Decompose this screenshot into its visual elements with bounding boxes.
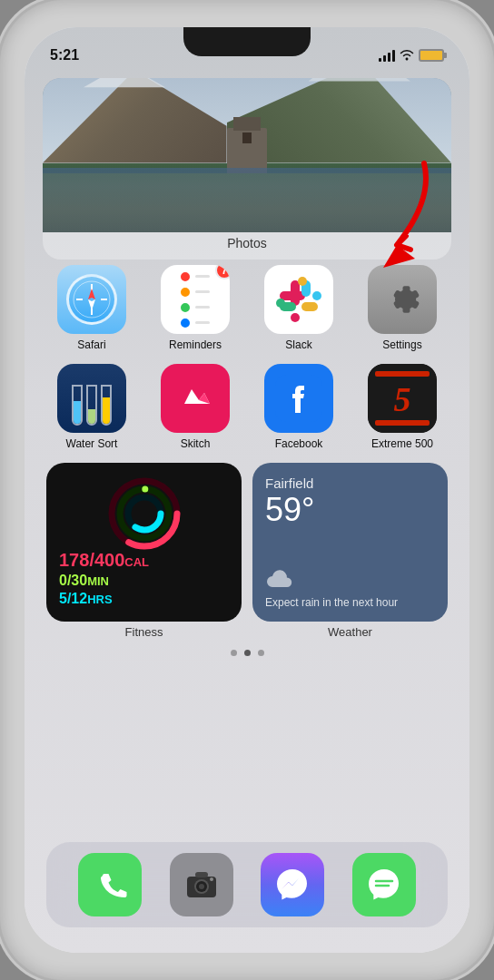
weather-temp: 59° (265, 491, 435, 529)
svg-point-32 (210, 877, 213, 881)
slack-label: Slack (285, 338, 311, 351)
app-safari[interactable]: Safari (46, 265, 137, 351)
slack-icon (264, 265, 333, 334)
app-reminders[interactable]: 7 (150, 265, 241, 351)
settings-label: Settings (382, 338, 421, 351)
weather-widget[interactable]: Fairfield 59° Expect rain in the next ho… (252, 463, 448, 622)
phone-screen: 5:21 (25, 27, 469, 953)
app-row-1: Safari 7 (43, 265, 451, 351)
fitness-label: Fitness (46, 625, 242, 639)
photos-label: Photos (43, 232, 451, 254)
app-watersort[interactable]: Water Sort (46, 364, 137, 450)
svg-rect-11 (301, 302, 318, 311)
reminders-icon: 7 (161, 265, 230, 334)
app-row-2: Water Sort Skitch (43, 364, 451, 450)
dock-messages[interactable] (352, 853, 416, 916)
weather-widget-col: Fairfield 59° Expect rain in the next ho… (252, 463, 448, 639)
svg-rect-31 (195, 872, 208, 877)
svg-rect-20 (375, 420, 430, 426)
extreme500-label: Extreme 500 (371, 437, 433, 450)
page-dot-2[interactable] (244, 650, 251, 656)
photos-widget[interactable]: Photos (43, 78, 451, 260)
signal-icon (379, 49, 395, 62)
facebook-icon (264, 364, 333, 433)
svg-point-30 (199, 884, 204, 889)
dock-camera[interactable] (170, 853, 233, 916)
skitch-label: Skitch (181, 437, 211, 450)
facebook-label: Facebook (275, 437, 323, 450)
wifi-icon (400, 48, 414, 64)
safari-label: Safari (77, 338, 105, 351)
reminders-label: Reminders (169, 338, 222, 351)
svg-marker-6 (88, 299, 95, 310)
app-skitch[interactable]: Skitch (150, 364, 241, 450)
app-extreme500[interactable]: 5 Extreme 500 (357, 364, 448, 450)
notch (183, 27, 311, 56)
widget-row: 178/400CAL 0/30MIN 5/12HRS (43, 463, 451, 639)
photos-image (43, 78, 451, 232)
svg-marker-5 (88, 289, 95, 299)
weather-cloud-icon (265, 569, 294, 589)
weather-city: Fairfield (265, 475, 435, 491)
app-slack[interactable]: Slack (253, 265, 344, 351)
svg-point-14 (276, 299, 285, 308)
svg-rect-19 (375, 371, 430, 377)
page-dots (43, 650, 451, 656)
minutes-stat: 0/30MIN (59, 573, 109, 588)
svg-point-15 (298, 277, 307, 286)
svg-rect-8 (280, 291, 305, 300)
phone-frame: 5:21 (0, 0, 494, 980)
fitness-rings (108, 477, 181, 550)
settings-icon (368, 265, 437, 334)
extreme500-icon: 5 (368, 364, 437, 433)
weather-label: Weather (252, 625, 448, 639)
watersort-label: Water Sort (66, 437, 118, 450)
hours-stat: 5/12HRS (59, 591, 113, 606)
app-settings[interactable]: Settings (357, 265, 448, 351)
battery-icon (419, 49, 444, 62)
dock-messenger[interactable] (261, 853, 324, 916)
dock (46, 842, 448, 927)
watersort-icon (57, 364, 126, 433)
page-dot-3[interactable] (258, 650, 264, 656)
calories-stat: 178/400CAL (59, 550, 149, 571)
fitness-widget-col: 178/400CAL 0/30MIN 5/12HRS (46, 463, 242, 639)
svg-point-12 (291, 313, 300, 322)
weather-description: Expect rain in the next hour (265, 596, 435, 609)
svg-point-13 (312, 291, 321, 300)
mountain-scene (43, 78, 451, 232)
status-time: 5:21 (50, 47, 79, 64)
status-icons (379, 48, 444, 64)
page-dot-1[interactable] (231, 650, 237, 656)
svg-text:5: 5 (394, 380, 411, 418)
dock-phone[interactable] (78, 853, 142, 916)
fitness-widget[interactable]: 178/400CAL 0/30MIN 5/12HRS (46, 463, 242, 622)
skitch-icon (161, 364, 230, 433)
app-facebook[interactable]: Facebook (253, 364, 344, 450)
safari-icon (57, 265, 126, 334)
screen-content: Photos (25, 71, 469, 656)
fitness-stats: 178/400CAL 0/30MIN 5/12HRS (59, 550, 229, 607)
